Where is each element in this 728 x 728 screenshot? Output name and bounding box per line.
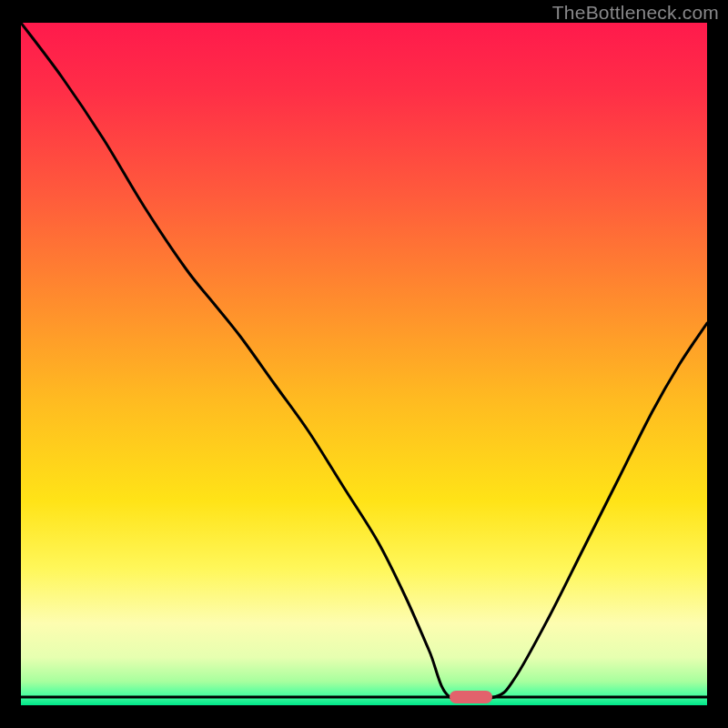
chart-frame: TheBottleneck.com (0, 0, 728, 728)
watermark-text: TheBottleneck.com (552, 2, 719, 24)
plot-area (21, 23, 707, 705)
optimum-marker (450, 691, 492, 703)
bottleneck-curve (21, 23, 707, 705)
